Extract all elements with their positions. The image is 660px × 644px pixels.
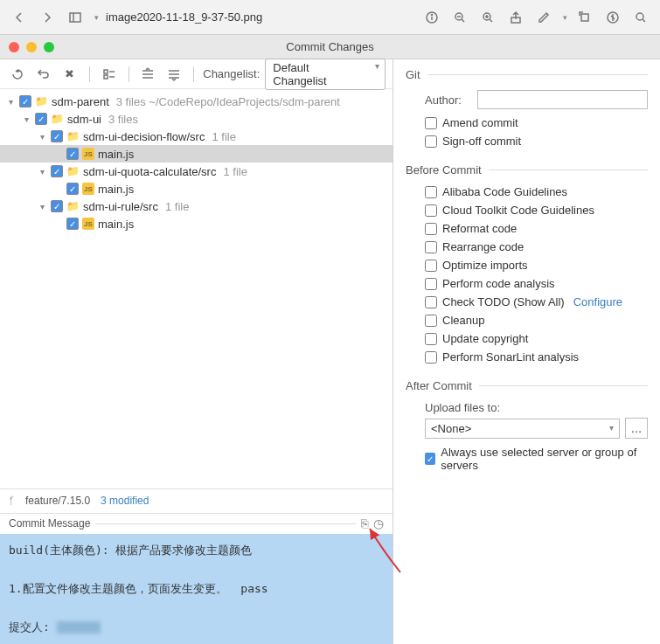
- configure-link[interactable]: Configure: [573, 295, 622, 308]
- tree-row-decision[interactable]: ▾ ✓ 📁 sdm-ui-decision-flow/src 1 file: [0, 128, 393, 145]
- branch-name: feature/7.15.0: [25, 495, 90, 507]
- close-window-button[interactable]: [9, 42, 19, 52]
- info-icon[interactable]: [421, 7, 442, 28]
- folder-icon: 📁: [66, 165, 80, 177]
- traffic-lights: [9, 42, 54, 52]
- before-item[interactable]: Check TODO (Show All)Configure: [406, 295, 648, 308]
- git-section-title: Git: [406, 68, 648, 81]
- commit-toolbar: ✖ Changelist: Default Changelist: [0, 59, 393, 89]
- before-item[interactable]: Perform code analysis: [406, 277, 648, 290]
- signoff-row[interactable]: Sign-off commit: [406, 135, 648, 148]
- upload-browse-button[interactable]: …: [625, 418, 648, 439]
- before-item[interactable]: Cleanup: [406, 314, 648, 327]
- amend-checkbox[interactable]: [425, 117, 437, 129]
- search-icon[interactable]: [630, 7, 651, 28]
- chevron-down-icon[interactable]: ▾: [563, 13, 567, 22]
- js-file-icon: JS: [82, 218, 94, 230]
- js-file-icon: JS: [82, 183, 94, 195]
- folder-icon: 📁: [66, 200, 80, 212]
- changelist-select[interactable]: Default Changelist: [265, 59, 386, 90]
- before-item[interactable]: Alibaba Code Guidelines: [406, 185, 648, 198]
- amend-row[interactable]: Amend commit: [406, 116, 648, 129]
- before-item[interactable]: Cloud Toolkit Code Guidelines: [406, 204, 648, 217]
- signoff-checkbox[interactable]: [425, 135, 437, 148]
- upload-label: Upload files to:: [406, 401, 648, 414]
- nav-back-button[interactable]: [9, 7, 30, 28]
- tree-toggle[interactable]: ▾: [21, 114, 31, 124]
- before-item[interactable]: Reformat code: [406, 222, 648, 235]
- folder-icon: 📁: [66, 130, 80, 142]
- tree-row-ui[interactable]: ▾ ✓ 📁 sdm-ui 3 files: [0, 110, 393, 128]
- checkbox[interactable]: ✓: [66, 183, 79, 195]
- js-file-icon: JS: [82, 148, 94, 160]
- modified-count[interactable]: 3 modified: [101, 495, 149, 507]
- chevron-down-icon[interactable]: ▾: [94, 13, 99, 22]
- app-toolbar: ▾ image2020-11-18_9-37-50.png ▾: [0, 0, 660, 35]
- commit-history-icon[interactable]: ◷: [373, 516, 384, 530]
- svg-line-9: [490, 19, 492, 22]
- svg-point-4: [432, 14, 433, 15]
- author-row: Author:: [406, 90, 648, 109]
- svg-line-6: [462, 19, 464, 22]
- before-item[interactable]: Optimize imports: [406, 259, 648, 272]
- expand-all-icon[interactable]: [138, 64, 159, 85]
- blurred-text: [57, 621, 101, 634]
- refresh-icon[interactable]: [7, 64, 28, 85]
- tree-row-file[interactable]: ✓ JS main.js: [0, 180, 393, 197]
- folder-icon: 📁: [51, 113, 64, 125]
- tree-row-root[interactable]: ▾ ✓ 📁 sdm-parent 3 files ~/CodeRepo/Idea…: [0, 93, 393, 110]
- tree-row-file[interactable]: ✓ JS main.js: [0, 145, 393, 163]
- minimize-window-button[interactable]: [26, 42, 37, 52]
- branch-icon: ᚶ: [9, 495, 15, 507]
- checkbox[interactable]: ✓: [19, 95, 31, 107]
- commit-message-header: Commit Message ⎘ ◷: [0, 513, 393, 534]
- markup-icon[interactable]: [602, 7, 623, 28]
- share-icon[interactable]: [505, 7, 526, 28]
- checkbox[interactable]: ✓: [51, 200, 63, 212]
- zoom-in-icon[interactable]: [477, 7, 498, 28]
- revert-icon[interactable]: [33, 64, 54, 85]
- svg-rect-0: [70, 13, 80, 22]
- checkbox[interactable]: ✓: [51, 130, 63, 142]
- before-item[interactable]: Update copyright: [406, 332, 648, 345]
- tree-row-rule[interactable]: ▾ ✓ 📁 sdm-ui-rule/src 1 file: [0, 197, 393, 215]
- svg-point-15: [636, 13, 643, 20]
- zoom-out-icon[interactable]: [449, 7, 470, 28]
- upload-row: <None> …: [406, 418, 648, 439]
- folder-icon: 📁: [35, 95, 48, 107]
- author-input[interactable]: [477, 90, 648, 109]
- always-use-row[interactable]: ✓ Always use selected server or group of…: [406, 446, 648, 472]
- file-title: image2020-11-18_9-37-50.png: [106, 10, 262, 24]
- main-split: ✖ Changelist: Default Changelist ▾ ✓ 📁 s…: [0, 59, 660, 644]
- nav-forward-button[interactable]: [37, 7, 58, 28]
- delete-icon[interactable]: ✖: [59, 64, 80, 85]
- tree-toggle[interactable]: ▾: [37, 202, 47, 211]
- tree-toggle[interactable]: ▾: [5, 97, 16, 107]
- always-use-checkbox[interactable]: ✓: [425, 453, 435, 465]
- checkbox[interactable]: ✓: [66, 218, 79, 230]
- left-pane: ✖ Changelist: Default Changelist ▾ ✓ 📁 s…: [0, 59, 393, 644]
- tree-toggle[interactable]: ▾: [37, 132, 47, 142]
- before-item[interactable]: Perform SonarLint analysis: [406, 350, 648, 364]
- maximize-window-button[interactable]: [44, 42, 54, 52]
- after-commit-title: After Commit: [406, 379, 648, 392]
- sidebar-toggle-icon[interactable]: [65, 7, 86, 28]
- before-item[interactable]: Rearrange code: [406, 240, 648, 253]
- tree-row-quota[interactable]: ▾ ✓ 📁 sdm-ui-quota-calculate/src 1 file: [0, 163, 393, 180]
- right-pane: Git Author: Amend commit Sign-off commit…: [393, 59, 660, 644]
- upload-select[interactable]: <None>: [425, 419, 620, 439]
- tree-toggle[interactable]: ▾: [37, 167, 47, 177]
- commit-message-textarea[interactable]: build(主体颜色): 根据产品要求修改主题颜色 1.配置文件修改主题颜色，页…: [0, 534, 393, 644]
- svg-rect-13: [581, 14, 588, 21]
- rotate-icon[interactable]: [574, 7, 595, 28]
- window-titlebar: Commit Changes: [0, 35, 660, 59]
- collapse-all-icon[interactable]: [163, 64, 184, 85]
- checkbox[interactable]: ✓: [66, 148, 79, 160]
- edit-icon[interactable]: [533, 7, 554, 28]
- checkbox[interactable]: ✓: [51, 165, 63, 177]
- checkbox[interactable]: ✓: [35, 113, 47, 125]
- svg-rect-18: [104, 75, 108, 79]
- tree-row-file[interactable]: ✓ JS main.js: [0, 215, 393, 232]
- commit-message-assist-icon[interactable]: ⎘: [361, 516, 368, 530]
- group-by-icon[interactable]: [99, 64, 120, 85]
